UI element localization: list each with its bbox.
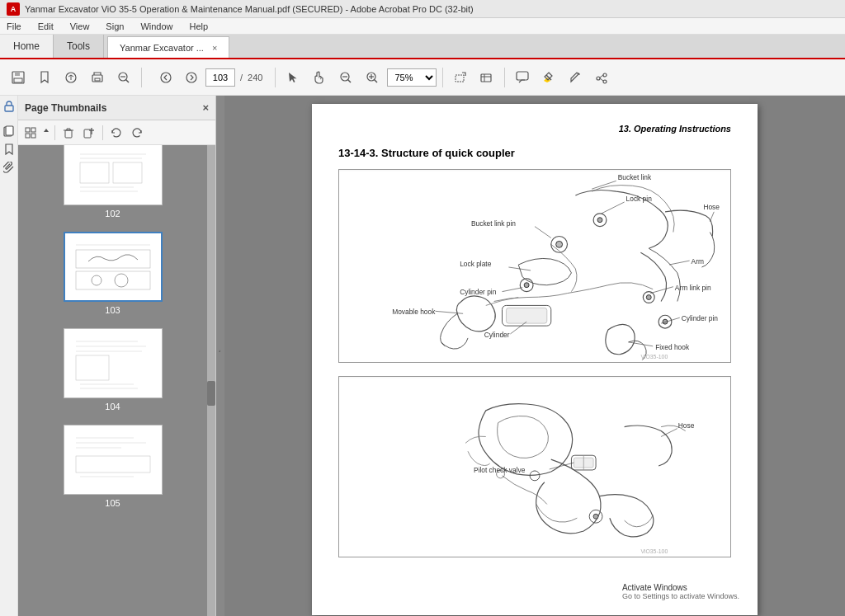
- hand-tool-button[interactable]: [308, 66, 331, 89]
- tab-close-button[interactable]: ×: [212, 43, 217, 53]
- activate-subtitle: Go to Settings to activate Windows.: [622, 592, 739, 600]
- menu-help[interactable]: Help: [186, 21, 212, 32]
- svg-rect-25: [5, 106, 13, 111]
- thumbnail-item: 104: [64, 328, 163, 411]
- svg-rect-22: [517, 72, 528, 80]
- share-button[interactable]: [590, 66, 613, 89]
- comment-button[interactable]: [511, 66, 534, 89]
- zoom-level-select[interactable]: 75% 50% 100% 125% 150%: [387, 68, 437, 87]
- section-title: 13-14-3. Structure of quick coupler: [338, 147, 731, 159]
- main-area: Page Thumbnails ×: [0, 96, 845, 616]
- svg-point-9: [161, 73, 171, 82]
- tab-home[interactable]: Home: [0, 35, 54, 58]
- toolbar-separator-4: [504, 68, 505, 87]
- delete-page-button[interactable]: [59, 124, 78, 142]
- svg-rect-28: [26, 128, 30, 132]
- undo-button[interactable]: [107, 124, 125, 142]
- svg-point-104: [593, 514, 598, 519]
- zoom-out-toolbar-button[interactable]: [112, 66, 135, 89]
- svg-text:Pilot check valve: Pilot check valve: [474, 466, 526, 474]
- pages-icon[interactable]: [2, 124, 17, 139]
- svg-point-65: [597, 218, 602, 223]
- svg-rect-75: [506, 308, 546, 323]
- thumbnail-frame-102[interactable]: [64, 145, 163, 205]
- zoom-in-button[interactable]: [361, 66, 384, 89]
- menu-view[interactable]: View: [67, 21, 93, 32]
- svg-rect-32: [65, 130, 72, 138]
- page-number-input[interactable]: [205, 68, 235, 87]
- menu-bar: File Edit View Sign Window Help: [0, 18, 845, 35]
- thumbnail-frame-103[interactable]: [64, 232, 163, 302]
- panel-title: Page Thumbnails: [25, 102, 106, 114]
- menu-edit[interactable]: Edit: [35, 21, 57, 32]
- menu-sign[interactable]: Sign: [102, 21, 127, 32]
- markup-button[interactable]: [564, 66, 587, 89]
- page-header: 13. Operating Instructions: [338, 124, 731, 134]
- panel-scrollbar[interactable]: [207, 145, 215, 616]
- redo-button[interactable]: [128, 124, 146, 142]
- svg-text:Hose: Hose: [703, 203, 720, 211]
- tab-home-label: Home: [13, 40, 40, 52]
- svg-rect-18: [456, 75, 464, 82]
- thumbnail-label-102: 102: [105, 209, 120, 219]
- thumbnail-item: 103: [64, 232, 163, 315]
- svg-rect-5: [95, 78, 100, 81]
- page-navigation: / 240: [154, 66, 262, 89]
- bookmark-panel-icon[interactable]: [2, 142, 17, 157]
- marquee-tool-button[interactable]: [449, 66, 472, 89]
- menu-file[interactable]: File: [3, 21, 25, 32]
- svg-text:Arm link pin: Arm link pin: [675, 284, 711, 292]
- panel-close-button[interactable]: ×: [202, 101, 209, 114]
- insert-page-button[interactable]: [80, 124, 98, 142]
- svg-text:ViO35-100: ViO35-100: [640, 548, 668, 554]
- thumbnail-frame-105[interactable]: [64, 425, 163, 495]
- svg-rect-50: [72, 335, 154, 393]
- page-separator: /: [240, 73, 243, 82]
- panel-view-button[interactable]: [21, 124, 40, 142]
- svg-line-23: [600, 75, 603, 78]
- panel-resize-handle[interactable]: [216, 96, 224, 616]
- svg-rect-30: [26, 134, 30, 138]
- panel-scrollbar-thumb[interactable]: [207, 381, 215, 406]
- thumbnails-container: 102 103: [18, 145, 207, 616]
- tab-tools[interactable]: Tools: [54, 35, 104, 58]
- left-icon-strip: [0, 96, 18, 616]
- svg-point-69: [524, 283, 529, 288]
- bookmark-button[interactable]: [33, 66, 56, 89]
- save-button[interactable]: [7, 66, 30, 89]
- svg-text:ViO35-100: ViO35-100: [640, 354, 668, 360]
- svg-text:Bucket link pin: Bucket link pin: [471, 219, 516, 228]
- toolbar-separator-3: [442, 68, 443, 87]
- highlight-button[interactable]: [537, 66, 560, 89]
- svg-text:Lock pin: Lock pin: [626, 195, 653, 203]
- panel-sep-1: [54, 125, 55, 140]
- svg-rect-1: [15, 72, 20, 76]
- thumbnail-frame-104[interactable]: [64, 328, 163, 398]
- thumbnail-label-103: 103: [105, 305, 120, 315]
- select-tool-button[interactable]: [281, 66, 304, 89]
- touchup-button[interactable]: [475, 66, 498, 89]
- menu-window[interactable]: Window: [137, 21, 176, 32]
- thumbnail-label-104: 104: [105, 402, 120, 411]
- prev-page-button[interactable]: [154, 66, 177, 89]
- diagram-1: Bucket link Lock pin Hose Bucket link pi…: [338, 169, 731, 363]
- upload-button[interactable]: [59, 66, 83, 89]
- svg-point-67: [556, 241, 563, 247]
- tab-bar: Home Tools Yanmar Excavator ... ×: [0, 35, 845, 59]
- svg-rect-44: [72, 238, 154, 296]
- svg-rect-57: [72, 431, 154, 489]
- svg-text:Cylinder: Cylinder: [484, 331, 510, 339]
- attachment-icon[interactable]: [2, 160, 17, 175]
- tab-doc-label: Yanmar Excavator ...: [120, 43, 204, 53]
- print-button[interactable]: [86, 66, 109, 89]
- svg-line-24: [600, 78, 603, 81]
- zoom-out-button[interactable]: [334, 66, 357, 89]
- tab-document[interactable]: Yanmar Excavator ... ×: [107, 36, 229, 58]
- svg-text:Bucket link: Bucket link: [618, 173, 652, 181]
- next-page-button[interactable]: [180, 66, 203, 89]
- content-area: 13. Operating Instructions 13-14-3. Stru…: [224, 96, 845, 616]
- panel-toolbar: [18, 120, 215, 145]
- svg-text:Lock plate: Lock plate: [460, 260, 492, 268]
- panel-header: Page Thumbnails ×: [18, 96, 215, 120]
- tab-tools-label: Tools: [67, 40, 90, 52]
